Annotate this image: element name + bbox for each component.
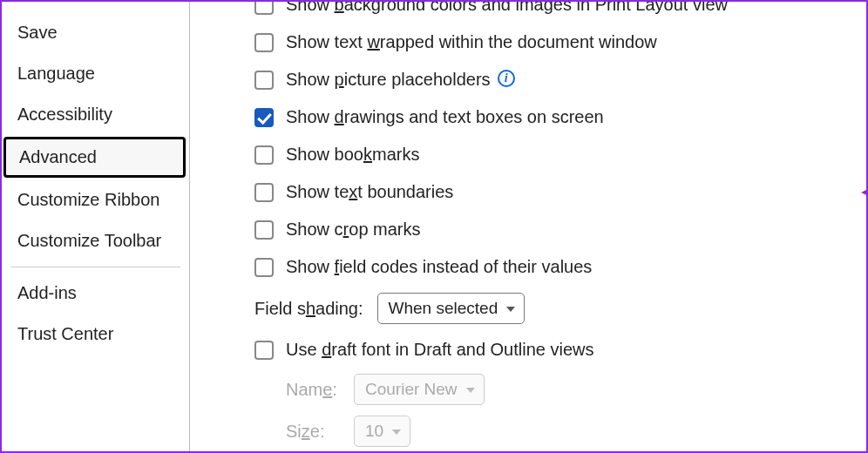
checkbox-bookmarks[interactable] [254,145,274,165]
sidebar-item-add-ins[interactable]: Add-ins [2,273,189,314]
option-bookmarks: Show bookmarks [202,136,854,173]
checkbox-picture-placeholders[interactable] [254,71,274,90]
draft-font-size-row: Size: 10 [202,410,854,451]
main-panel: Show background colors and images in Pri… [190,2,866,451]
checkbox-text-boundaries[interactable] [254,183,274,202]
label-field-shading: Field shading: [254,299,363,319]
options-dialog: Save Language Accessibility Advanced Cus… [0,0,868,453]
sidebar-item-customize-toolbar[interactable]: Customize Toolbar [2,220,189,261]
checkbox-background-colors[interactable] [254,2,274,15]
label-background-colors: Show background colors and images in Pri… [286,2,728,15]
info-icon[interactable]: i [498,70,515,87]
checkbox-draft-font[interactable] [254,341,274,360]
sidebar-item-customize-ribbon[interactable]: Customize Ribbon [2,179,189,220]
checkbox-crop-marks[interactable] [254,220,274,240]
option-text-wrapped: Show text wrapped within the document wi… [202,24,854,61]
option-picture-placeholders: Show picture placeholders i [202,61,854,98]
option-background-colors: Show background colors and images in Pri… [202,2,854,24]
draft-font-name-row: Name: Courier New [202,368,854,410]
label-text-boundaries: Show text boundaries [286,182,453,202]
label-crop-marks: Show crop marks [286,220,421,240]
annotation-arrow-icon [859,180,866,205]
label-bookmarks: Show bookmarks [286,145,419,165]
label-field-codes: Show field codes instead of their values [286,257,592,277]
label-draft-font: Use draft font in Draft and Outline view… [286,340,594,360]
option-draft-font: Use draft font in Draft and Outline view… [202,331,854,368]
label-font-size: Size: [286,422,338,442]
label-font-name: Name: [286,380,338,400]
sidebar: Save Language Accessibility Advanced Cus… [2,2,190,451]
label-text-wrapped: Show text wrapped within the document wi… [286,32,657,52]
select-field-shading[interactable]: When selected [377,293,526,324]
option-drawings-textboxes: Show drawings and text boxes on screen [202,98,854,136]
sidebar-item-advanced[interactable]: Advanced [3,137,186,178]
sidebar-item-save[interactable]: Save [2,12,189,53]
sidebar-item-trust-center[interactable]: Trust Center [2,314,189,355]
option-text-boundaries: Show text boundaries [202,173,854,211]
option-field-codes: Show field codes instead of their values [202,248,854,286]
sidebar-item-accessibility[interactable]: Accessibility [2,94,189,135]
label-drawings-textboxes: Show drawings and text boxes on screen [286,107,604,127]
select-font-name: Courier New [354,374,485,405]
option-crop-marks: Show crop marks [202,211,854,248]
checkbox-text-wrapped[interactable] [254,33,274,52]
checkbox-drawings-textboxes[interactable] [254,108,274,127]
select-font-size: 10 [354,416,410,447]
sidebar-divider [10,267,180,267]
checkbox-field-codes[interactable] [254,258,274,277]
sidebar-item-language[interactable]: Language [2,53,189,94]
field-shading-row: Field shading: When selected [202,286,854,331]
label-picture-placeholders: Show picture placeholders [286,70,491,90]
